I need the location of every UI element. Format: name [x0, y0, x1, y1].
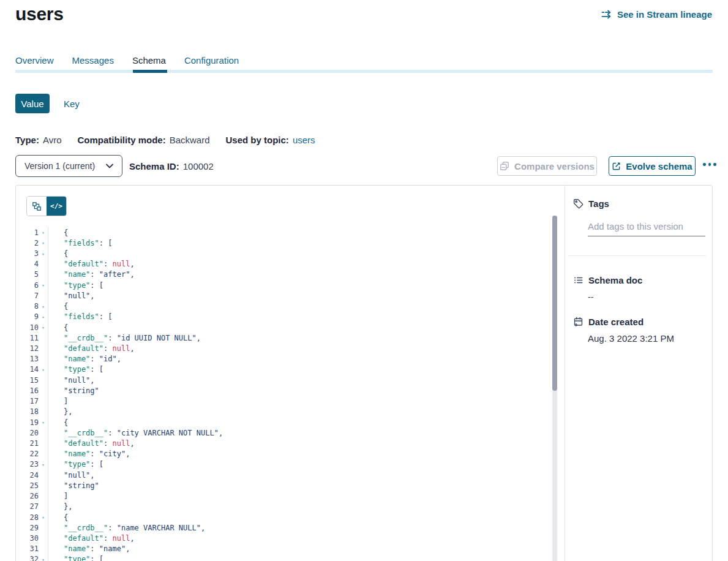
fold-spacer: [39, 411, 48, 412]
line-number: 30: [16, 534, 39, 543]
fold-arrow-icon[interactable]: ▾: [39, 229, 48, 236]
scrollbar-thumb[interactable]: [552, 216, 557, 391]
code-text: },: [48, 407, 552, 417]
date-created-heading: Date created: [588, 317, 644, 327]
tab-schema[interactable]: Schema: [132, 55, 166, 66]
line-number: 5: [16, 270, 39, 279]
version-select-value: Version 1 (current): [24, 161, 95, 171]
line-number: 19: [16, 418, 39, 427]
schema-doc-header: Schema doc: [573, 275, 642, 285]
code-line: 16 "string": [16, 385, 552, 396]
schema-id-label: Schema ID:: [129, 161, 179, 171]
fold-arrow-icon[interactable]: ▾: [39, 303, 48, 310]
code-line: 6▾ "type": [: [16, 280, 552, 290]
schema-doc-heading: Schema doc: [588, 275, 642, 285]
fold-arrow-icon[interactable]: ▾: [39, 556, 48, 561]
fold-arrow-icon[interactable]: ▾: [39, 239, 48, 246]
value-toggle-button[interactable]: Value: [15, 94, 50, 113]
code-line: 20 "__crdb__": "city VARCHAR NOT NULL",: [16, 427, 552, 438]
fold-spacer: [39, 348, 48, 349]
fold-spacer: [39, 380, 48, 381]
used-by-topic-link[interactable]: users: [293, 135, 315, 145]
code-text: "fields": [: [48, 312, 552, 322]
code-text: ]: [48, 491, 552, 501]
stream-lineage-link[interactable]: See in Stream lineage: [601, 9, 712, 20]
line-number: 14: [16, 365, 39, 374]
line-number: 8: [16, 302, 39, 311]
code-text: "type": [: [48, 280, 552, 290]
code-text: "default": null,: [48, 533, 552, 543]
date-created-header: Date created: [573, 317, 644, 327]
code-text: {: [48, 512, 552, 522]
compare-versions-icon: [500, 161, 509, 171]
fold-arrow-icon[interactable]: ▾: [39, 419, 48, 426]
code-line: 11 "__crdb__": "id UUID NOT NULL",: [16, 333, 552, 343]
tree-view-icon: [32, 201, 42, 211]
compatibility-label: Compatibility mode:: [77, 135, 165, 145]
fold-spacer: [39, 295, 48, 296]
line-number: 28: [16, 513, 39, 522]
schema-id-value: 100002: [183, 161, 214, 171]
fold-spacer: [39, 453, 48, 454]
fold-spacer: [39, 475, 48, 476]
code-line: 21 "default": null,: [16, 438, 552, 448]
code-text: "default": null,: [48, 343, 552, 353]
tab-configuration[interactable]: Configuration: [184, 55, 239, 66]
code-line: 24 "null",: [16, 470, 552, 480]
fold-spacer: [39, 337, 48, 339]
code-line: 22 "name": "city",: [16, 449, 552, 459]
type-label: Type:: [15, 135, 39, 145]
fold-arrow-icon[interactable]: ▾: [39, 250, 48, 257]
code-line: 10▾ {: [16, 322, 552, 333]
stream-lineage-icon: [601, 10, 613, 19]
tab-overview[interactable]: Overview: [15, 55, 54, 66]
code-text: "type": [: [48, 554, 552, 561]
tab-messages[interactable]: Messages: [72, 55, 114, 66]
code-text: "__crdb__": "id UUID NOT NULL",: [48, 333, 552, 343]
tree-view-button[interactable]: [27, 197, 47, 216]
fold-arrow-icon[interactable]: ▾: [39, 514, 48, 521]
tags-input-underline: [588, 236, 705, 236]
code-text: "name": "after",: [48, 269, 552, 280]
code-line: 13 "name": "id",: [16, 354, 552, 364]
code-editor-lines: 1▾{2▾ "fields": [3▾ {4 "default": null,5…: [16, 227, 552, 561]
fold-arrow-icon[interactable]: ▾: [39, 282, 48, 288]
evolve-schema-button[interactable]: Evolve schema: [609, 156, 696, 176]
line-number: 20: [16, 429, 39, 437]
line-number: 6: [16, 281, 39, 290]
code-text: "string": [48, 385, 552, 396]
code-view-icon: </>: [50, 202, 62, 210]
line-number: 25: [16, 481, 39, 490]
compare-versions-button[interactable]: Compare versions: [497, 156, 597, 176]
tags-section-header: Tags: [573, 198, 609, 209]
version-select[interactable]: Version 1 (current): [15, 155, 122, 177]
code-view-button[interactable]: </>: [47, 197, 66, 216]
line-number: 13: [16, 355, 39, 363]
code-line: 31 "name": "name",: [16, 544, 552, 554]
fold-arrow-icon[interactable]: ▾: [39, 366, 48, 373]
fold-arrow-icon[interactable]: ▾: [39, 314, 48, 320]
code-line: 19▾ {: [16, 417, 552, 427]
code-text: "default": null,: [48, 259, 552, 269]
code-text: {: [48, 248, 552, 258]
edit-icon: [612, 162, 621, 171]
more-options-icon[interactable]: [702, 160, 718, 168]
fold-arrow-icon[interactable]: ▾: [39, 461, 48, 468]
code-text: "null",: [48, 290, 552, 301]
fold-spacer: [39, 432, 48, 434]
fold-spacer: [39, 506, 48, 507]
line-number: 22: [16, 450, 39, 458]
line-number: 31: [16, 544, 39, 553]
code-line: 30 "default": null,: [16, 533, 552, 543]
code-line: 27 },: [16, 502, 552, 512]
code-line: 23▾ "type": [: [16, 459, 552, 470]
fold-arrow-icon[interactable]: ▾: [39, 324, 48, 331]
line-number: 17: [16, 397, 39, 405]
line-number: 10: [16, 323, 39, 332]
tab-bar: Overview Messages Schema Configuration: [15, 55, 239, 66]
code-line: 5 "name": "after",: [16, 269, 552, 280]
fold-spacer: [39, 390, 48, 391]
key-toggle-link[interactable]: Key: [64, 99, 80, 109]
tags-input[interactable]: Add tags to this version: [588, 221, 705, 232]
code-line: 15 "null",: [16, 375, 552, 385]
